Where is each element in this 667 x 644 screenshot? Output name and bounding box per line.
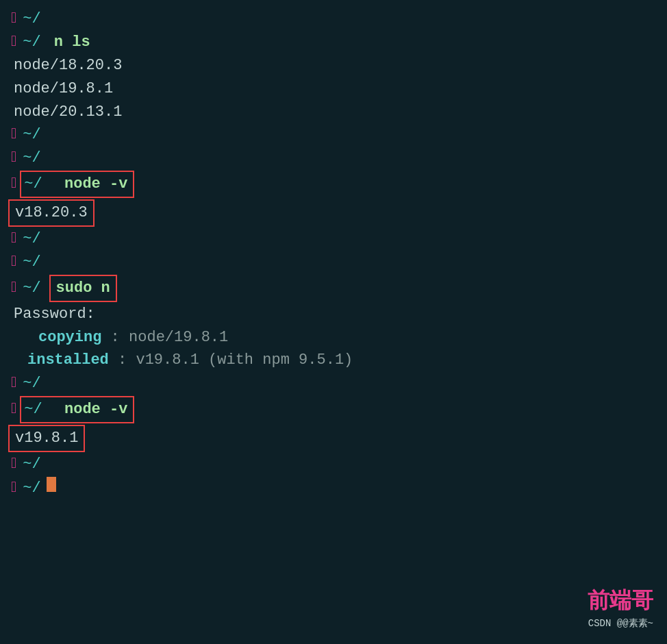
installed-line: installed : v19.8.1 (with npm 9.5.1) bbox=[11, 349, 656, 371]
copying-label: copying bbox=[38, 327, 101, 349]
sudo-highlight-box: sudo n bbox=[49, 275, 117, 302]
terminal-line-blank-4:  ~/ bbox=[11, 251, 656, 273]
terminal-line-2:  ~/ n ls bbox=[11, 32, 656, 53]
installed-value: : v19.8.1 (with npm 9.5.1) bbox=[109, 349, 353, 371]
apple-icon:  bbox=[11, 251, 20, 273]
prompt-path: ~/ bbox=[23, 32, 40, 53]
output-text: node/18.20.3 bbox=[11, 55, 122, 77]
terminal-line-blank-3:  ~/ bbox=[11, 228, 656, 250]
command-text: node -v bbox=[55, 175, 128, 193]
terminal-line-blank-2:  ~/ bbox=[11, 147, 656, 169]
prompt-path: ~/ bbox=[24, 401, 42, 418]
copying-value: : node/19.8.1 bbox=[101, 327, 228, 349]
apple-icon:  bbox=[11, 399, 20, 421]
prompt-path: ~/ bbox=[23, 251, 40, 273]
output-line-2: node/19.8.1 bbox=[11, 78, 656, 100]
highlight-block-v1: v18.20.3 bbox=[8, 199, 95, 227]
watermark-en-text: CSDN @@素素~ bbox=[588, 617, 653, 630]
password-line: Password: bbox=[11, 304, 656, 325]
output-text: node/19.8.1 bbox=[11, 78, 113, 100]
prompt-path: ~/ bbox=[23, 8, 40, 30]
sudo-command: sudo n bbox=[56, 280, 110, 297]
output-node-v1: v18.20.3 bbox=[11, 199, 656, 227]
highlight-block-1: ~/ node -v bbox=[20, 171, 134, 198]
output-text: node/20.13.1 bbox=[11, 101, 122, 123]
terminal-line-node-v1:  ~/ node -v bbox=[11, 171, 656, 198]
terminal-line-blank-5:  ~/ bbox=[11, 373, 656, 395]
apple-icon:  bbox=[11, 8, 20, 30]
prompt-path: ~/ bbox=[23, 373, 40, 395]
output-text-v2: v19.8.1 bbox=[12, 430, 78, 447]
command-text: n ls bbox=[45, 32, 90, 53]
password-text: Password: bbox=[11, 304, 95, 325]
prompt-path: ~/ bbox=[24, 175, 42, 193]
prompt-path: ~/ bbox=[23, 277, 40, 299]
apple-icon:  bbox=[11, 277, 20, 299]
terminal-line-node-v2:  ~/ node -v bbox=[11, 396, 656, 423]
apple-icon:  bbox=[11, 228, 20, 250]
terminal-line-1:  ~/ bbox=[11, 8, 656, 30]
terminal-window:  ~/  ~/ n ls node/18.20.3 node/19.8.1 … bbox=[11, 8, 656, 499]
apple-icon:  bbox=[11, 478, 20, 499]
prompt-path: ~/ bbox=[23, 228, 40, 250]
apple-icon:  bbox=[11, 454, 20, 475]
prompt-path: ~/ bbox=[23, 454, 40, 475]
output-line-3: node/20.13.1 bbox=[11, 101, 656, 123]
terminal-line-blank-6:  ~/ bbox=[11, 454, 656, 475]
installed-label: installed bbox=[27, 349, 109, 371]
output-node-v2: v19.8.1 bbox=[11, 425, 656, 452]
terminal-cursor-line:  ~/ bbox=[11, 477, 656, 499]
apple-icon:  bbox=[11, 124, 20, 146]
apple-icon:  bbox=[11, 147, 20, 169]
output-line-1: node/18.20.3 bbox=[11, 55, 656, 77]
highlight-block-v2: v19.8.1 bbox=[8, 425, 85, 452]
apple-icon:  bbox=[11, 32, 20, 53]
terminal-line-sudo:  ~/ sudo n bbox=[11, 275, 656, 302]
highlight-block-2: ~/ node -v bbox=[20, 396, 134, 423]
terminal-line-blank-1:  ~/ bbox=[11, 124, 656, 146]
output-text: v18.20.3 bbox=[12, 204, 88, 221]
prompt-path: ~/ bbox=[23, 124, 40, 146]
watermark: 前端哥 CSDN @@素素~ bbox=[588, 584, 653, 630]
cursor bbox=[47, 477, 56, 492]
apple-icon:  bbox=[11, 173, 20, 195]
copying-line: copying : node/19.8.1 bbox=[11, 327, 656, 349]
command-text-2: node -v bbox=[55, 401, 128, 418]
watermark-cn-text: 前端哥 bbox=[588, 584, 653, 616]
apple-icon:  bbox=[11, 373, 20, 395]
prompt-path: ~/ bbox=[23, 147, 40, 169]
prompt-path: ~/ bbox=[23, 478, 40, 499]
